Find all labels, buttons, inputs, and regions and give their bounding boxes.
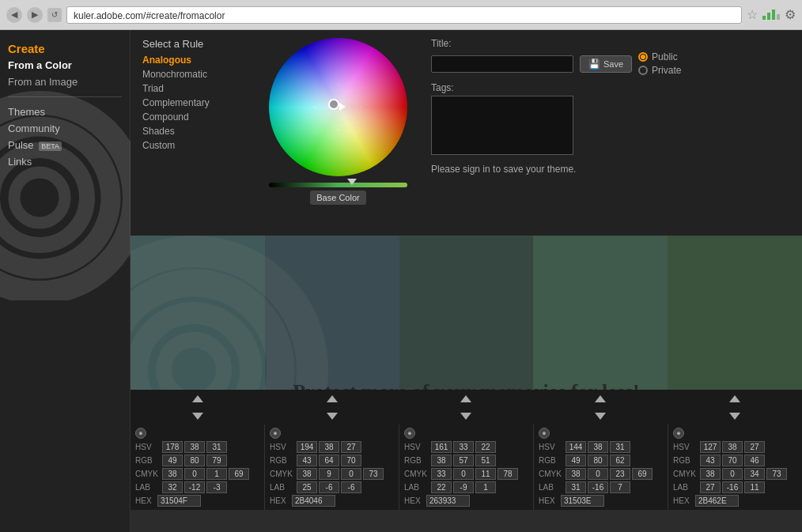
forward-button[interactable]: ▶: [27, 7, 43, 23]
back-button[interactable]: ◀: [6, 7, 22, 23]
rgb-g-2[interactable]: [453, 455, 474, 466]
lab-a-2[interactable]: [453, 481, 474, 493]
cmyk-k-3[interactable]: [632, 468, 653, 480]
hsv-v-3[interactable]: [610, 441, 630, 453]
sidebar-item-from-color[interactable]: From a Color: [8, 57, 122, 74]
rule-custom[interactable]: Custom: [142, 138, 253, 153]
rule-triad[interactable]: Triad: [142, 81, 253, 96]
sidebar-item-links[interactable]: Links: [8, 153, 122, 170]
lab-a-0[interactable]: [184, 481, 205, 493]
rgb-r-0[interactable]: [162, 455, 183, 466]
swatch-block-1[interactable]: [265, 236, 399, 390]
cmyk-m-0[interactable]: [184, 468, 205, 480]
cmyk-m-2[interactable]: [453, 468, 474, 480]
sidebar-item-themes[interactable]: Themes: [8, 104, 122, 120]
lab-b-0[interactable]: [206, 481, 227, 493]
hex-val-1[interactable]: [292, 495, 335, 507]
hsv-h-3[interactable]: [566, 441, 586, 453]
lab-l-0[interactable]: [162, 481, 183, 493]
hex-val-4[interactable]: [695, 495, 739, 507]
cmyk-k-2[interactable]: [497, 468, 518, 480]
hsv-h-2[interactable]: [431, 441, 452, 453]
swatch-arrow-down-3[interactable]: [595, 413, 606, 420]
swatch-arrow-down-1[interactable]: [327, 413, 338, 420]
lab-b-4[interactable]: [744, 481, 765, 493]
cmyk-m-3[interactable]: [588, 468, 608, 480]
swatch-arrow-up-1[interactable]: [327, 395, 338, 402]
rule-complementary[interactable]: Complementary: [142, 96, 253, 110]
swatch-options-2[interactable]: ●: [404, 428, 415, 439]
lab-l-3[interactable]: [566, 481, 586, 493]
hsv-h-1[interactable]: [297, 441, 317, 453]
cmyk-y-1[interactable]: [341, 468, 361, 480]
radio-private[interactable]: Private: [638, 65, 681, 76]
hsv-s-0[interactable]: [184, 441, 205, 453]
rgb-r-1[interactable]: [297, 455, 317, 466]
url-bar[interactable]: kuler.adobe.com/#create/fromacolor: [66, 6, 742, 24]
swatch-arrow-up-4[interactable]: [729, 395, 740, 402]
rgb-r-4[interactable]: [700, 455, 721, 466]
sidebar-item-community[interactable]: Community: [8, 120, 122, 137]
rgb-b-1[interactable]: [341, 455, 361, 466]
cmyk-m-4[interactable]: [722, 468, 743, 480]
swatch-block-0[interactable]: [131, 236, 265, 390]
swatch-arrow-up-2[interactable]: [460, 395, 471, 402]
sidebar-item-from-image[interactable]: From an Image: [8, 74, 122, 90]
swatch-options-3[interactable]: ●: [539, 428, 550, 439]
hsv-h-0[interactable]: [162, 441, 183, 453]
color-wheel-handle[interactable]: [328, 99, 352, 123]
cmyk-c-1[interactable]: [297, 468, 317, 480]
brightness-slider[interactable]: [269, 183, 407, 187]
lab-l-1[interactable]: [297, 481, 317, 493]
settings-icon[interactable]: ⚙: [785, 7, 796, 22]
swatch-arrow-up-0[interactable]: [192, 395, 203, 402]
cmyk-k-0[interactable]: [229, 468, 249, 480]
cmyk-m-1[interactable]: [319, 468, 339, 480]
rgb-b-2[interactable]: [475, 455, 496, 466]
brightness-thumb[interactable]: [347, 179, 357, 185]
hsv-s-1[interactable]: [319, 441, 339, 453]
rgb-g-0[interactable]: [184, 455, 205, 466]
rgb-r-2[interactable]: [431, 455, 452, 466]
lab-a-1[interactable]: [319, 481, 339, 493]
cmyk-c-2[interactable]: [431, 468, 452, 480]
swatch-block-4[interactable]: [668, 236, 802, 390]
cmyk-c-4[interactable]: [700, 468, 721, 480]
lab-l-2[interactable]: [431, 481, 452, 493]
hex-val-3[interactable]: [561, 495, 604, 507]
tags-input[interactable]: [431, 96, 573, 155]
lab-b-3[interactable]: [610, 481, 630, 493]
lab-b-1[interactable]: [341, 481, 361, 493]
sidebar-create-heading[interactable]: Create: [8, 42, 122, 55]
swatch-arrow-up-3[interactable]: [595, 395, 606, 402]
rgb-b-3[interactable]: [610, 455, 630, 466]
rule-monochromatic[interactable]: Monochromatic: [142, 67, 253, 81]
radio-public[interactable]: Public: [638, 51, 681, 62]
swatch-arrow-down-0[interactable]: [192, 413, 203, 420]
hsv-h-4[interactable]: [700, 441, 721, 453]
rgb-g-3[interactable]: [588, 455, 608, 466]
lab-a-3[interactable]: [588, 481, 608, 493]
hsv-s-3[interactable]: [588, 441, 608, 453]
hsv-v-1[interactable]: [341, 441, 361, 453]
cmyk-k-4[interactable]: [766, 468, 787, 480]
rgb-g-1[interactable]: [319, 455, 339, 466]
hex-val-2[interactable]: [426, 495, 470, 507]
swatch-options-4[interactable]: ●: [673, 428, 684, 439]
bookmark-star-icon[interactable]: ☆: [747, 7, 758, 22]
lab-l-4[interactable]: [700, 481, 721, 493]
rule-analogous[interactable]: Analogous: [142, 53, 253, 67]
rgb-b-0[interactable]: [206, 455, 227, 466]
cmyk-y-2[interactable]: [475, 468, 496, 480]
swatch-block-2[interactable]: [399, 236, 534, 390]
hsv-v-4[interactable]: [744, 441, 765, 453]
lab-a-4[interactable]: [722, 481, 743, 493]
swatch-arrow-down-4[interactable]: [729, 413, 740, 420]
color-wheel-container[interactable]: Base Color: [269, 38, 407, 228]
rgb-b-4[interactable]: [744, 455, 765, 466]
sidebar-item-pulse[interactable]: Pulse BETA: [8, 137, 122, 153]
swatch-options-1[interactable]: ●: [270, 428, 281, 439]
title-input[interactable]: [431, 55, 573, 73]
cmyk-c-3[interactable]: [566, 468, 586, 480]
hsv-v-2[interactable]: [475, 441, 496, 453]
